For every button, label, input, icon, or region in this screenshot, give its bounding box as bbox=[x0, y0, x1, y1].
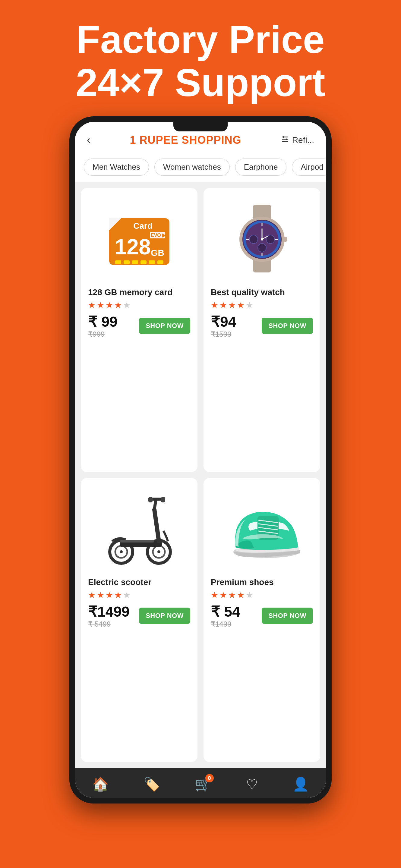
svg-point-27 bbox=[258, 244, 266, 252]
price-row-scooter: ₹1499 ₹ 5499 SHOP NOW bbox=[88, 603, 190, 628]
svg-rect-16 bbox=[141, 260, 147, 264]
original-price-watch: ₹1599 bbox=[211, 330, 236, 338]
svg-text:GB: GB bbox=[151, 248, 164, 258]
shop-now-scooter[interactable]: SHOP NOW bbox=[139, 608, 190, 624]
scooter-svg bbox=[103, 492, 176, 567]
product-card-scooter: Electric scooter ★ ★ ★ ★ ★ ₹1499 ₹ 5499 … bbox=[81, 478, 197, 762]
stars-scooter: ★ ★ ★ ★ ★ bbox=[88, 590, 130, 600]
svg-rect-35 bbox=[283, 237, 287, 242]
product-image-scooter bbox=[88, 487, 190, 571]
svg-point-4 bbox=[286, 138, 287, 140]
product-card-shoes: Premium shoes ★ ★ ★ ★ ★ ₹ 54 ₹1499 SHOP … bbox=[204, 478, 320, 762]
profile-icon: 👤 bbox=[292, 776, 309, 792]
svg-rect-15 bbox=[132, 260, 138, 264]
svg-point-5 bbox=[284, 141, 285, 142]
cart-badge: 0 bbox=[205, 774, 214, 782]
svg-text:Card: Card bbox=[133, 221, 153, 230]
shop-now-shoes[interactable]: SHOP NOW bbox=[262, 608, 313, 624]
tab-women-watches[interactable]: Women watches bbox=[154, 158, 230, 176]
nav-wishlist[interactable]: ♡ bbox=[246, 777, 258, 792]
product-image-watch bbox=[211, 197, 313, 281]
svg-rect-18 bbox=[157, 260, 163, 264]
category-tabs: Men Watches Women watches Earphone Airpo… bbox=[75, 153, 326, 182]
nav-cart[interactable]: 🛒 0 bbox=[195, 776, 211, 792]
svg-rect-13 bbox=[115, 260, 121, 264]
stars-shoes: ★ ★ ★ ★ ★ bbox=[211, 590, 253, 600]
price-row-memory-card: ₹ 99 ₹999 SHOP NOW bbox=[88, 313, 190, 338]
product-image-shoes bbox=[211, 487, 313, 571]
stars-memory-card: ★ ★ ★ ★ ★ bbox=[88, 300, 130, 310]
memory-card-svg: Card EVO ▶ 128 GB bbox=[106, 209, 173, 270]
product-name-shoes: Premium shoes bbox=[211, 578, 274, 587]
product-name-watch: Best quality watch bbox=[211, 287, 285, 297]
shop-now-memory-card[interactable]: SHOP NOW bbox=[139, 318, 190, 334]
home-icon: 🏠 bbox=[92, 776, 109, 792]
current-price-watch: ₹94 bbox=[211, 313, 236, 330]
original-price-scooter: ₹ 5499 bbox=[88, 620, 130, 628]
phone-screen: ‹ 1 RUPEE SHOPPING Refi... Men W bbox=[75, 122, 326, 798]
shoe-svg bbox=[223, 499, 301, 559]
svg-line-43 bbox=[154, 510, 159, 541]
svg-text:EVO ▶: EVO ▶ bbox=[151, 233, 166, 238]
nav-home[interactable]: 🏠 bbox=[92, 776, 109, 792]
svg-rect-47 bbox=[161, 497, 165, 502]
product-name-scooter: Electric scooter bbox=[88, 578, 151, 587]
original-price-shoes: ₹1499 bbox=[211, 620, 240, 628]
product-card-memory-card: Card EVO ▶ 128 GB bbox=[81, 188, 197, 472]
tab-airpod[interactable]: Airpod bbox=[292, 158, 326, 176]
hero-line2: 24×7 Support bbox=[76, 61, 325, 104]
price-row-shoes: ₹ 54 ₹1499 SHOP NOW bbox=[211, 603, 313, 628]
current-price-shoes: ₹ 54 bbox=[211, 603, 240, 620]
svg-point-38 bbox=[120, 550, 123, 553]
hero-section: Factory Price 24×7 Support bbox=[64, 0, 337, 116]
phone-notch bbox=[173, 122, 228, 131]
price-row-watch: ₹94 ₹1599 SHOP NOW bbox=[211, 313, 313, 338]
refine-label: Refi... bbox=[292, 135, 314, 145]
svg-point-3 bbox=[283, 136, 284, 138]
tab-earphone[interactable]: Earphone bbox=[235, 158, 287, 176]
svg-rect-14 bbox=[124, 260, 130, 264]
original-price-memory-card: ₹999 bbox=[88, 330, 118, 338]
watch-svg bbox=[232, 203, 292, 276]
back-arrow-icon[interactable]: ‹ bbox=[87, 134, 90, 147]
offers-icon: 🏷️ bbox=[144, 776, 160, 792]
app-title: 1 RUPEE SHOPPING bbox=[130, 134, 241, 147]
svg-point-34 bbox=[261, 238, 263, 241]
nav-profile[interactable]: 👤 bbox=[292, 776, 309, 792]
svg-rect-17 bbox=[149, 260, 155, 264]
bottom-nav: 🏠 🏷️ 🛒 0 ♡ 👤 bbox=[75, 768, 326, 798]
tab-men-watches[interactable]: Men Watches bbox=[84, 158, 149, 176]
product-card-watch: Best quality watch ★ ★ ★ ★ ★ ₹94 ₹1599 S… bbox=[204, 188, 320, 472]
refine-button[interactable]: Refi... bbox=[281, 135, 314, 146]
svg-point-25 bbox=[249, 235, 258, 244]
hero-line1: Factory Price bbox=[76, 18, 325, 61]
heart-icon: ♡ bbox=[246, 777, 258, 792]
shop-now-watch[interactable]: SHOP NOW bbox=[262, 318, 313, 334]
product-name-memory-card: 128 GB memory card bbox=[88, 287, 173, 297]
svg-rect-46 bbox=[148, 497, 153, 502]
current-price-memory-card: ₹ 99 bbox=[88, 313, 118, 330]
product-image-memory-card: Card EVO ▶ 128 GB bbox=[88, 197, 190, 281]
current-price-scooter: ₹1499 bbox=[88, 603, 130, 620]
svg-text:128: 128 bbox=[115, 235, 151, 259]
nav-offers[interactable]: 🏷️ bbox=[144, 776, 160, 792]
phone-mockup: ‹ 1 RUPEE SHOPPING Refi... Men W bbox=[69, 116, 332, 804]
stars-watch: ★ ★ ★ ★ ★ bbox=[211, 300, 253, 310]
filter-icon bbox=[281, 135, 290, 146]
products-grid: Card EVO ▶ 128 GB bbox=[75, 182, 326, 768]
svg-point-41 bbox=[157, 550, 160, 553]
svg-line-44 bbox=[154, 499, 156, 510]
